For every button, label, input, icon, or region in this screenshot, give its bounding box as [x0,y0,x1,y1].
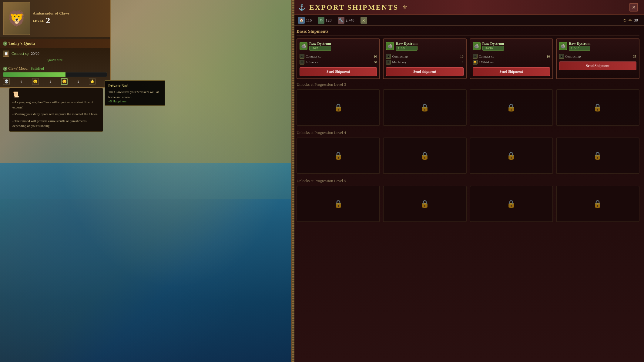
info-scroll-icon: 📜 [12,91,100,98]
locked-section-1: Unlocks at Progression Level 3 🔒 🔒 🔒 🔒 [297,82,639,126]
dystrum-icon-1: 🪨 [300,42,307,50]
quota-panel: ? Today's Quota 📋 Contract xp 20/20 Quot… [0,39,111,88]
lock-icon-3-4: 🔒 [593,200,602,208]
reward-row-3-1: ✦ Contract xp 10 [473,54,550,59]
export-deco-icon: ⚜ [402,4,408,11]
shipment-resource-name-4: Raw Dystrum [569,42,591,46]
mood-icon-3: 😊 [61,78,68,85]
mood-num-neg2: -2 [49,80,51,83]
lock-icon-2-1: 🔒 [334,151,343,160]
locked-card-2-2: 🔒 [383,138,466,174]
lock-icon-2-4: 🔒 [593,151,602,160]
deco-border [292,0,294,362]
send-shipment-btn-3[interactable]: Send Shipment [473,67,550,76]
shipment-cards-row: 🪨 Raw Dystrum 116/5 ✦ Contract xp 10 ⚜ I… [297,38,639,79]
quota-item: 📋 Contract xp 20/20 [3,51,107,57]
tooltip-title: Private Nod [108,83,162,88]
locked-card-1-2: 🔒 [383,89,466,126]
locked-cards-row-1: 🔒 🔒 🔒 🔒 [297,89,639,126]
reward-value-1-1: 10 [374,55,377,58]
locked-card-1-3: 🔒 [470,89,553,126]
resource-home: 🏠 116 [298,17,312,24]
mood-num-neg6: -6 [20,80,22,83]
reward-row-1-1: ✦ Contract xp 10 [300,54,377,59]
info-bullet-1: - As you progress, the Claws will expect… [12,100,100,110]
send-shipment-btn-1[interactable]: Send Shipment [300,67,377,76]
refresh-icon[interactable]: ↻ [623,18,627,23]
locked-card-1-1: 🔒 [297,89,380,126]
mood-header: ? Claws' Mood: Satisfied [3,66,107,71]
shipment-card-1-header: 🪨 Raw Dystrum 116/5 [300,42,377,52]
reward-row-1-2: ⚜ Influence 50 [300,60,377,65]
lock-icon-2-2: 🔒 [420,151,429,160]
edit-icon[interactable]: ✏ [629,18,632,23]
tooltip-bonus: +5 Happiness [108,99,162,103]
reward-label-3-2: 3 Whiskers [479,60,494,64]
quota-header: ? Today's Quota [0,39,110,48]
locked-card-2-4: 🔒 [556,138,639,174]
mood-icons-row: 💀 -6 😠 -2 😊 2 ⭐ 6 [3,78,107,85]
cog-count: 128 [326,18,332,23]
locked-section-2: Unlocks at Progression Level 4 🔒 🔒 🔒 🔒 [297,130,639,174]
reward-value-3-1: 10 [547,55,550,58]
quota-body: 📋 Contract xp 20/20 Quota Met! [0,48,110,65]
shipment-qty-1: 116/5 [309,46,331,51]
locked-card-3-4: 🔒 [556,186,639,222]
locked-header-2: Unlocks at Progression Level 4 [297,130,639,135]
cog-icon: ⚙ [318,17,324,24]
basic-shipments-section: Basic Shipments 🪨 Raw Dystrum 116/5 ✦ Co… [292,26,644,230]
dystrum-icon-2: 🪨 [386,42,394,50]
lock-icon-1-3: 🔒 [507,103,516,112]
locked-header-3: Unlocks at Progression Level 5 [297,178,639,183]
basic-shipments-header: Basic Shipments [297,29,639,35]
quota-resource-label: Contract xp [12,51,29,56]
ambassador-avatar [3,2,30,35]
mood-bar-outer [3,72,107,77]
quota-resource-icon: 📋 [3,51,9,57]
reward-label-1-1: Contract xp [306,55,321,58]
locked-card-3-3: 🔒 [470,186,553,222]
shipment-card-1: 🪨 Raw Dystrum 116/5 ✦ Contract xp 10 ⚜ I… [297,38,380,79]
mood-help-icon[interactable]: ? [3,67,7,71]
mood-section: ? Claws' Mood: Satisfied 💀 -6 😠 -2 😊 2 ⭐… [0,65,110,87]
locked-card-2-3: 🔒 [470,138,553,174]
reward-row-2-2: ⚙ Machinery 4 [386,60,463,65]
mood-num-2: 2 [78,80,79,83]
shipment-card-4: 🪨 Raw Dystrum 116/10 ✦ Contract xp 35 Se… [556,38,639,79]
lock-icon-1-2: 🔒 [420,103,429,112]
tooltip-body: The Claws treat your whiskers well at ho… [108,89,162,99]
ambassador-header: Ambassador of Claws LEVEL 2 [0,0,110,37]
locked-cards-row-3: 🔒 🔒 🔒 🔒 [297,186,639,222]
shipment-qty-4: 116/10 [569,46,591,51]
mood-status: Satisfied [31,66,44,71]
send-shipment-btn-2[interactable]: Send shipment [386,67,463,76]
resource-cog: ⚙ 128 [318,17,332,24]
lock-icon-3-2: 🔒 [420,200,429,208]
info-bullet-3: - Their mood will provide various buffs … [12,118,100,128]
send-shipment-btn-4[interactable]: Send Shipment [559,61,636,70]
tooltip-box: Private Nod The Claws treat your whisker… [105,80,165,106]
mood-icon-2: 😠 [32,78,39,85]
resource-wrench: 🔧 2,748 [338,17,354,24]
influence-icon-1: ⚜ [300,60,304,65]
home-count: 116 [306,18,312,23]
export-title-row: ⚓ EXPORT SHIPMENTS ⚜ [298,3,408,12]
quota-help-icon[interactable]: ? [3,42,7,46]
locked-section-3: Unlocks at Progression Level 5 🔒 🔒 🔒 🔒 [297,178,639,222]
reward-label-3-1: Contract xp [479,55,495,58]
reward-label-1-2: Influence [306,60,318,64]
export-title: EXPORT SHIPMENTS [309,3,398,12]
lock-icon-1-1: 🔒 [334,103,343,112]
close-button[interactable]: ✕ [629,3,638,12]
shipment-resource-name-1: Raw Dystrum [309,42,331,46]
export-anchor-icon: ⚓ [298,4,306,11]
dystrum-icon-4: 🪨 [559,42,567,50]
level-row: LEVEL 2 [33,16,107,25]
reward-label-2-1: Contract xp [392,55,408,58]
info-text: - As you progress, the Claws will expect… [12,100,100,128]
reward-row-3-2: 🐱 3 Whiskers [473,60,550,65]
info-bullet-2: - Meeting your daily quota will improve … [12,111,100,117]
reward-label-4-1: Contract xp [565,55,581,58]
shipment-qty-2: 116/5 [396,46,418,51]
reward-value-1-2: 50 [374,60,377,64]
